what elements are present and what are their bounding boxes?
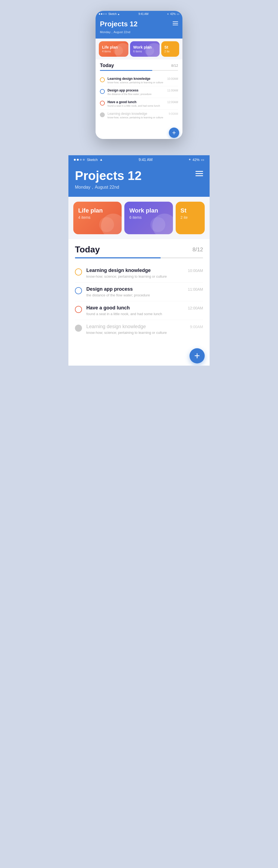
task-time-lg-2: 11:00AM xyxy=(188,287,203,291)
task-item[interactable]: Learning design knowledge know-how; scie… xyxy=(100,75,178,86)
task-time-4: 9:00AM xyxy=(169,112,178,115)
add-button-large[interactable]: + xyxy=(189,348,205,364)
task-content-lg-2: Design app process the distance of the f… xyxy=(86,286,184,297)
task-content-3: Have a good lunch found a seat in a litt… xyxy=(107,100,164,107)
signal-dots-lg: Sketch ▲ xyxy=(74,158,103,162)
header-top: Projects 12 xyxy=(100,20,178,28)
study-plan-sub: 2 ite xyxy=(164,50,176,53)
task-checkbox-1[interactable] xyxy=(100,78,105,82)
life-plan-card-large[interactable]: Life plan 4 items xyxy=(73,202,122,234)
dot-lg-4 xyxy=(83,159,85,161)
study-plan-card-large[interactable]: St 2 ite xyxy=(176,202,205,234)
task-item[interactable]: Have a good lunch found a seat in a litt… xyxy=(100,98,178,110)
today-section: Today 8/12 Learning design knowledge kno… xyxy=(96,59,182,125)
task-checkbox-lg-2[interactable] xyxy=(75,287,82,294)
task-checkbox-lg-4[interactable] xyxy=(75,324,82,332)
task-item-large[interactable]: Learning design knowledge know-how; scie… xyxy=(75,320,203,338)
life-card-deco2 xyxy=(114,46,123,55)
task-content-lg-3: Have a good lunch found a seat in a litt… xyxy=(86,305,184,316)
cards-row: Life plan 4 items Work plan 6 items St 2… xyxy=(96,38,182,59)
add-button[interactable]: + xyxy=(169,128,179,138)
today-header: Today 8/12 xyxy=(100,63,178,68)
today-count: 8/12 xyxy=(171,63,178,68)
wifi-icon: ▲ xyxy=(118,13,120,16)
status-time-lg: 9:41 AM xyxy=(139,157,153,162)
menu-line1 xyxy=(173,22,178,22)
battery-label-lg: 42% xyxy=(192,158,199,162)
task-content-lg-1: Learning design knowledge know-how; scie… xyxy=(86,268,184,278)
status-time: 9:41 AM xyxy=(138,12,149,16)
task-desc-4: know-how; science; pertaining to learnin… xyxy=(107,116,166,119)
life-plan-title-large: Life plan xyxy=(78,207,117,214)
task-checkbox-2[interactable] xyxy=(100,89,105,94)
task-desc-1: know-how; science; pertaining to learnin… xyxy=(107,81,164,84)
app-subtitle-large: Monday，August 22nd xyxy=(75,185,119,189)
status-bar-large: Sketch ▲ 9:41 AM ✴ 42% ▭ xyxy=(68,155,210,164)
progress-bar-bg-large xyxy=(75,257,203,258)
wifi-icon-lg: ▲ xyxy=(100,158,103,161)
task-title-1: Learning design knowledge xyxy=(107,77,164,81)
fab-container: + xyxy=(96,125,182,139)
task-checkbox-lg-1[interactable] xyxy=(75,269,82,276)
task-time-3: 12:00AM xyxy=(167,101,178,104)
task-desc-lg-1: know-how; science; pertaining to learnin… xyxy=(86,274,184,278)
app-subtitle: Monday，August 22nd xyxy=(100,30,130,34)
task-title-lg-1: Learning design knowledge xyxy=(86,268,184,273)
task-checkbox-lg-3[interactable] xyxy=(75,306,82,313)
dot2 xyxy=(101,13,102,14)
today-header-large: Today 8/12 xyxy=(75,245,203,255)
work-plan-card[interactable]: Work plan 6 items xyxy=(130,41,160,57)
task-item-large[interactable]: Design app process the distance of the f… xyxy=(75,283,203,301)
network-label: Sketch xyxy=(108,12,117,16)
menu-button-large[interactable] xyxy=(195,168,203,176)
menu-line2 xyxy=(173,23,178,24)
today-label: Today xyxy=(100,63,114,68)
task-desc-2: the distance of the flow water; procedur… xyxy=(107,93,164,96)
cards-row-large: Life plan 4 items Work plan 6 items St 2… xyxy=(68,197,210,239)
task-title-lg-3: Have a good lunch xyxy=(86,305,184,311)
task-content-1: Learning design knowledge know-how; scie… xyxy=(107,77,164,84)
battery-label: 42% xyxy=(170,12,176,16)
task-item-large[interactable]: Have a good lunch found a seat in a litt… xyxy=(75,301,203,320)
task-content-lg-4: Learning design knowledge know-how; scie… xyxy=(86,324,186,335)
work-card-deco-lg-2 xyxy=(150,217,165,232)
menu-line3 xyxy=(173,25,178,25)
bluetooth-icon-lg: ✴ xyxy=(188,158,191,161)
phone-frame-small: Sketch ▲ 9:41 AM ✴ 42% ▭ Projects 12 Mon… xyxy=(96,11,182,139)
dot-lg-2 xyxy=(77,159,79,161)
study-plan-sub-large: 2 ite xyxy=(181,215,200,220)
task-item[interactable]: Design app process the distance of the f… xyxy=(100,86,178,98)
task-item[interactable]: Learning design knowledge know-how; scie… xyxy=(100,110,178,121)
progress-bar-fill-large xyxy=(75,257,161,258)
study-plan-title-large: St xyxy=(181,207,200,214)
task-title-lg-4: Learning design knowledge xyxy=(86,324,186,330)
bluetooth-icon: ✴ xyxy=(167,13,169,16)
task-title-3: Have a good lunch xyxy=(107,100,164,104)
task-desc-3: found a seat in a little nook, and had s… xyxy=(107,104,164,107)
task-content-2: Design app process the distance of the f… xyxy=(107,89,164,96)
progress-bar-fill xyxy=(100,70,152,71)
task-item-large[interactable]: Learning design knowledge know-how; scie… xyxy=(75,264,203,283)
task-desc-lg-2: the distance of the flow water; procedur… xyxy=(86,293,184,297)
progress-bar-bg xyxy=(100,70,178,71)
task-title-lg-2: Design app process xyxy=(86,286,184,292)
work-plan-card-large[interactable]: Work plan 6 items xyxy=(124,202,173,234)
today-section-large: Today 8/12 Learning design knowledge kno… xyxy=(68,239,210,345)
today-label-large: Today xyxy=(75,245,100,255)
life-plan-card[interactable]: Life plan 4 items xyxy=(99,41,128,57)
work-card-deco2 xyxy=(145,46,154,55)
dot3 xyxy=(103,13,104,14)
task-time-2: 11:00AM xyxy=(167,89,178,92)
signal-dots: Sketch ▲ xyxy=(99,12,120,16)
task-title-2: Design app process xyxy=(107,89,164,92)
task-checkbox-4[interactable] xyxy=(100,112,105,117)
dot-lg-1 xyxy=(74,159,76,161)
app-header-large: Projects 12 Monday，August 22nd xyxy=(68,164,210,197)
battery-icon-lg: ▭ xyxy=(201,158,204,162)
menu-line-lg-2 xyxy=(195,173,203,174)
status-right-lg: ✴ 42% ▭ xyxy=(188,158,204,162)
menu-button[interactable] xyxy=(173,20,178,25)
study-plan-card[interactable]: St 2 ite xyxy=(161,41,179,57)
task-desc-lg-4: know-how; science; pertaining to learnin… xyxy=(86,331,186,335)
task-checkbox-3[interactable] xyxy=(100,101,105,105)
